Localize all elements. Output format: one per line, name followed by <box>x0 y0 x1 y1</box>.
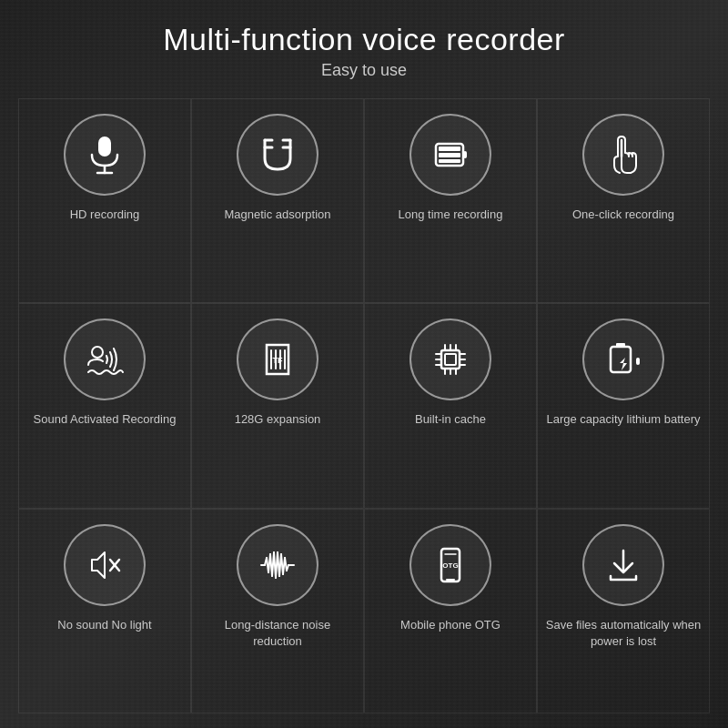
one-click-icon-circle <box>582 114 664 196</box>
cache-label: Built-in cache <box>415 411 486 428</box>
sound-activated-icon-circle <box>64 318 146 400</box>
svg-rect-32 <box>611 347 631 372</box>
magnetic-icon-circle <box>237 114 318 196</box>
battery-label: Large capacity lithium battery <box>546 411 700 428</box>
noise-reduction-label: Long-distance noise reduction <box>199 617 356 650</box>
waveform-icon <box>258 545 298 585</box>
download-icon <box>603 545 643 585</box>
feature-one-click: One-click recording <box>537 98 710 303</box>
svg-rect-0 <box>98 136 111 157</box>
battery-bolt-icon-circle <box>582 318 664 400</box>
page-subtitle: Easy to use <box>321 61 407 80</box>
magnetic-label: Magnetic adsorption <box>224 207 330 223</box>
no-sound-label: No sound No light <box>57 617 151 633</box>
sound-activated-label: Sound Activated Recording <box>34 411 177 428</box>
svg-rect-8 <box>463 151 467 158</box>
feature-noise-reduction: Long-distance noise reduction <box>191 509 364 713</box>
phone-otg-icon: OTG <box>430 545 470 585</box>
microphone-icon <box>85 135 125 175</box>
battery-icon <box>430 135 470 175</box>
svg-point-12 <box>92 347 103 358</box>
svg-rect-19 <box>445 354 456 365</box>
touch-icon <box>603 135 643 175</box>
expansion-icon-circle: TF <box>237 318 318 400</box>
noise-reduction-icon-circle <box>237 524 318 606</box>
svg-rect-33 <box>616 343 625 347</box>
otg-icon-circle: OTG <box>410 524 491 606</box>
cache-icon-circle <box>410 318 491 400</box>
page-title: Multi-function voice recorder <box>163 22 565 57</box>
save-files-label: Save files automatically when power is l… <box>545 617 702 650</box>
features-grid: HD recording Magnetic adsorption <box>18 98 710 713</box>
svg-rect-11 <box>439 159 460 163</box>
long-recording-label: Long time recording <box>399 207 503 223</box>
feature-sound-activated: Sound Activated Recording <box>18 303 191 508</box>
save-files-icon-circle <box>582 524 664 606</box>
hd-recording-label: HD recording <box>70 207 140 223</box>
expansion-label: 128G expansion <box>235 411 321 428</box>
svg-text:TF: TF <box>273 356 283 365</box>
feature-battery: Large capacity lithium battery <box>537 303 710 508</box>
feature-otg: OTG Mobile phone OTG <box>364 509 537 713</box>
feature-no-sound: No sound No light <box>18 509 191 713</box>
feature-hd-recording: HD recording <box>18 98 191 303</box>
battery-bolt-icon <box>603 339 643 379</box>
feature-expansion: TF 128G expansion <box>191 303 364 508</box>
tf-card-icon: TF <box>258 339 298 379</box>
svg-rect-9 <box>439 147 460 151</box>
feature-cache: Built-in cache <box>364 303 537 508</box>
hd-recording-icon-circle <box>64 114 146 196</box>
no-sound-icon-circle <box>64 524 146 606</box>
svg-rect-10 <box>439 153 460 157</box>
magnet-icon <box>258 135 298 175</box>
otg-label: Mobile phone OTG <box>400 617 500 633</box>
feature-magnetic: Magnetic adsorption <box>191 98 364 303</box>
chip-icon <box>430 339 470 379</box>
feature-long-recording: Long time recording <box>364 98 537 303</box>
svg-text:OTG: OTG <box>442 561 458 570</box>
mute-icon <box>85 545 125 585</box>
long-recording-icon-circle <box>410 114 491 196</box>
feature-save-files: Save files automatically when power is l… <box>537 509 710 713</box>
one-click-label: One-click recording <box>572 207 674 223</box>
sound-wave-icon <box>85 339 125 379</box>
main-container: Multi-function voice recorder Easy to us… <box>0 0 728 728</box>
svg-rect-34 <box>636 358 640 365</box>
